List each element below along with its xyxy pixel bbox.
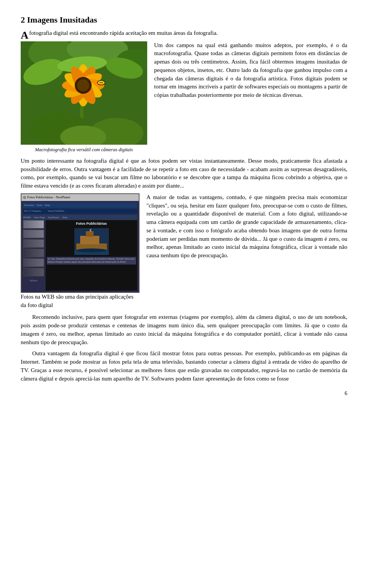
browser-title: Fotos Publicitárias - NeoPlanet [27, 195, 70, 200]
ship-image [74, 228, 109, 255]
middle-right-text: A maior de todas as vantagens, contudo, … [146, 193, 347, 310]
section-top: Macrofotografia fica versátil com câmera… [21, 41, 347, 153]
nav-strip: Favorites Tools Help [23, 203, 137, 208]
nav-address: file:///C:/Maquina... [24, 209, 43, 213]
intro-paragraph: A fotografia digital está encontrando rá… [21, 29, 347, 38]
intro-text: fotografia digital está encontrando rápi… [29, 30, 218, 36]
continuation-para: Um ponto interessante na fotografia digi… [21, 157, 347, 190]
thumb-1 [23, 220, 44, 229]
paragraph-outra-vantagem: Outra vantagem da fotografia digital é q… [21, 350, 347, 383]
right-col2-para: A maior de todas as vantagens, contudo, … [146, 193, 347, 260]
chapter-title-label: Imagens Inusitadas [27, 15, 97, 24]
web-caption: Fotos na WEB são uma das principais apli… [21, 293, 140, 310]
dropcap: A [21, 30, 28, 41]
chapter-title: 2 Imagens Inusitadas [21, 14, 347, 26]
flower-image [21, 41, 147, 145]
fotos-title: Fotos Publicitárias [76, 221, 107, 226]
browser-bar: Fotos Publicitárias - NeoPlanet [21, 194, 139, 201]
top-right-text: Um dos campos na qual está ganhando muit… [154, 41, 347, 153]
section-middle: Fotos Publicitárias - NeoPlanet Favorite… [21, 193, 347, 310]
nav-search: Search NeoPlanet [48, 209, 64, 213]
right-para-1: Um dos campos na qual está ganhando muit… [154, 41, 347, 100]
web-caption-text: Fotos na WEB são uma das principais apli… [21, 294, 133, 308]
thumbnail-column: 325xxx [23, 220, 44, 291]
nav-item-3: Help [45, 203, 50, 207]
help-link: Help [62, 216, 67, 219]
flower-image-container: Macrofotografia fica versátil com câmera… [21, 41, 147, 153]
center-content: Fotos Publicitárias [46, 220, 137, 291]
thumb-3 [23, 239, 44, 248]
browser-content: Favorites Tools Help file:///C:/Maquina.… [21, 201, 139, 292]
thumb-4 [23, 249, 44, 257]
web-text-block: Ao lado, fotografia produzida para uma c… [47, 257, 136, 265]
svg-rect-34 [90, 229, 91, 232]
page-number: 6 [21, 390, 347, 397]
web-image-container: Fotos Publicitárias - NeoPlanet Favorite… [21, 193, 140, 310]
web-image: Fotos Publicitárias - NeoPlanet Favorite… [21, 193, 140, 293]
nav-item-2: Tools [36, 203, 42, 207]
startpage-link: Start Page [34, 216, 45, 219]
svg-point-36 [76, 248, 107, 252]
flower-caption: Macrofotografia fica versátil com câmera… [21, 146, 147, 153]
thumb-2 [23, 230, 44, 238]
nav-strip-2: file:///C:/Maquina... Search NeoPlanet [23, 209, 137, 214]
neoplanet-link: NeoPlanet [48, 216, 59, 219]
main-content-area: 325xxx Fotos Publicitárias [23, 220, 137, 291]
home-link: HOME [23, 216, 31, 219]
nav-links-bar: HOME Start Page NeoPlanet Help [23, 215, 137, 220]
thumb-5 [23, 258, 44, 267]
web-content-text: Ao lado, fotografia produzida para uma c… [48, 258, 135, 263]
thumb-6 [23, 268, 44, 276]
nav-item-1: Favorites [24, 203, 34, 207]
thumb-label: 325xxx [23, 279, 44, 283]
svg-rect-33 [86, 231, 94, 237]
chapter-number: 2 [21, 15, 25, 24]
svg-point-21 [77, 79, 89, 91]
paragraph-recommend: Recomendo inclusive, para quem quer foto… [21, 313, 347, 346]
svg-rect-32 [80, 236, 99, 244]
